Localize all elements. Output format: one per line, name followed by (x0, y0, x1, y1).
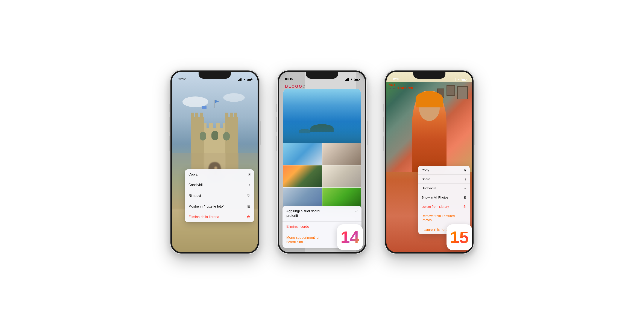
menu-label-condividi: Condividi (188, 183, 203, 187)
menu-label-meno: Meno suggerimenti di ricordi simili (286, 235, 325, 244)
menu-label-copia: Copia (188, 173, 198, 176)
wifi-icon-2: ▲ (350, 78, 353, 81)
menu-label-delete-lib: Delete from Library (422, 205, 449, 208)
menu-item-rimuovi[interactable]: Rimuovi ♡ (184, 190, 254, 201)
woman-photo: NOTto last FOREVER (386, 82, 472, 172)
signal-icon-3 (453, 78, 456, 81)
phone-3: NOTto last FOREVER 12:08 ▲ Copy (384, 70, 474, 254)
menu-icon-unfav-3: ♡ (464, 186, 466, 190)
ios14-badge: 14 (337, 224, 371, 259)
menu-label-aggiungi: Aggiungi ai tuoi ricordi preferiti (286, 209, 325, 218)
menu-item-aggiungi[interactable]: Aggiungi ai tuoi ricordi preferiti ♡ (282, 206, 362, 222)
svg-point-0 (182, 97, 208, 107)
menu-label-unfavorite: Unfavorite (422, 186, 436, 190)
menu-label-share: Share (422, 177, 430, 181)
menu-label-rimuovi: Rimuovi (188, 194, 201, 198)
context-menu-3: Copy ⎘ Share ↑ Unfavorite ♡ Show in All … (418, 166, 470, 234)
menu-label-elimina-ricordo: Elimina ricordo (286, 225, 309, 229)
menu-item-show-all-photos[interactable]: Show in All Photos ⊞ (418, 193, 470, 202)
svg-rect-10 (191, 113, 194, 118)
battery-icon-3 (462, 78, 466, 81)
svg-rect-14 (226, 113, 228, 118)
phone-2: 09:15 ▲ BLOGOO Aggiungi ai tuoi ricordi … (277, 70, 367, 254)
svg-rect-16 (234, 113, 237, 118)
status-icons-1: ▲ (238, 78, 252, 81)
menu-label-copy: Copy (422, 168, 429, 172)
menu-item-condividi[interactable]: Condividi ↑ (184, 180, 254, 190)
phone-1-screen: 09:17 ▲ Copia ⎘ Condividi ↑ (172, 72, 258, 252)
signal-icon-1 (238, 78, 242, 81)
grid-cell-1 (283, 143, 322, 165)
svg-rect-6 (216, 123, 220, 129)
svg-rect-15 (230, 113, 233, 118)
context-menu-1: Copia ⎘ Condividi ↑ Rimuovi ♡ Mostra in … (184, 169, 254, 222)
svg-rect-11 (195, 113, 198, 118)
time-1: 09:17 (178, 77, 186, 81)
menu-icon-unfavorite: ♡ (247, 193, 250, 198)
grid-cell-3 (283, 165, 322, 187)
menu-icon-delete-3: 🗑 (463, 205, 466, 208)
ocean-photo (283, 89, 361, 143)
notch-3 (413, 72, 446, 79)
svg-rect-5 (209, 123, 214, 129)
ios15-icon: 15 (446, 224, 472, 250)
svg-rect-28 (202, 106, 206, 109)
ios15-number: 15 (450, 227, 469, 247)
wifi-icon-3: ▲ (458, 78, 460, 81)
notch-1 (198, 72, 231, 79)
photo-grid-bottom (283, 143, 361, 209)
grid-cell-2 (322, 143, 361, 165)
woman-hat (416, 91, 443, 107)
time-3: 12:08 (392, 77, 400, 81)
menu-item-delete-library[interactable]: Delete from Library 🗑 (418, 202, 470, 211)
status-icons-3: ▲ (453, 78, 466, 81)
ios14-number: 14 (341, 227, 359, 247)
menu-label-remove-featured: Remove from Featured Photos (422, 214, 460, 222)
photo-grid (283, 89, 361, 209)
svg-rect-18 (223, 132, 230, 141)
menu-icon-delete: 🗑 (247, 215, 250, 219)
menu-label-show-all: Show in All Photos (422, 195, 448, 199)
menu-icon-allphotos-3: ⊞ (464, 195, 466, 199)
ios14-icon: 14 (337, 224, 363, 250)
scene: 09:17 ▲ Copia ⎘ Condividi ↑ (0, 0, 644, 324)
menu-label-elimina: Elimina dalla libreria (188, 215, 219, 219)
ios15-badge: 15 (446, 224, 481, 259)
menu-item-copy[interactable]: Copy ⎘ (418, 166, 470, 175)
svg-rect-19 (212, 131, 218, 140)
grid-cell-4 (322, 165, 361, 187)
battery-icon-2 (354, 78, 359, 81)
signal-icon-2 (346, 78, 349, 81)
menu-item-unfavorite[interactable]: Unfavorite ♡ (418, 184, 470, 193)
menu-icon-allfhotos: ⊞ (247, 204, 250, 209)
menu-label-mostra: Mostra in "Tutte le foto" (188, 205, 224, 208)
menu-icon-heart: ♡ (354, 209, 358, 214)
time-2: 09:15 (285, 77, 293, 81)
wifi-icon-1: ▲ (243, 78, 246, 81)
phone-1: 09:17 ▲ Copia ⎘ Condividi ↑ (170, 70, 260, 254)
notch-2 (306, 72, 338, 79)
menu-item-copia[interactable]: Copia ⎘ (184, 169, 254, 180)
frame-1 (457, 86, 468, 99)
menu-item-remove-featured[interactable]: Remove from Featured Photos (418, 211, 470, 225)
menu-icon-copy-3: ⎘ (464, 168, 466, 172)
menu-item-elimina[interactable]: Elimina dalla libreria 🗑 (184, 212, 254, 222)
menu-icon-share: ↑ (248, 183, 250, 187)
menu-icon-share-3: ↑ (465, 177, 466, 181)
menu-item-share[interactable]: Share ↑ (418, 175, 470, 184)
svg-rect-12 (200, 113, 203, 118)
svg-point-1 (223, 93, 245, 102)
blogo-label: BLOGOO (285, 84, 306, 89)
status-icons-2: ▲ (346, 78, 359, 81)
battery-icon-1 (247, 78, 252, 81)
frame-2 (446, 85, 455, 96)
svg-rect-17 (200, 132, 206, 141)
menu-item-mostra[interactable]: Mostra in "Tutte le foto" ⊞ (184, 201, 254, 212)
menu-icon-copy: ⎘ (248, 172, 250, 177)
store-sign: NOTto last FOREVER (388, 83, 414, 90)
